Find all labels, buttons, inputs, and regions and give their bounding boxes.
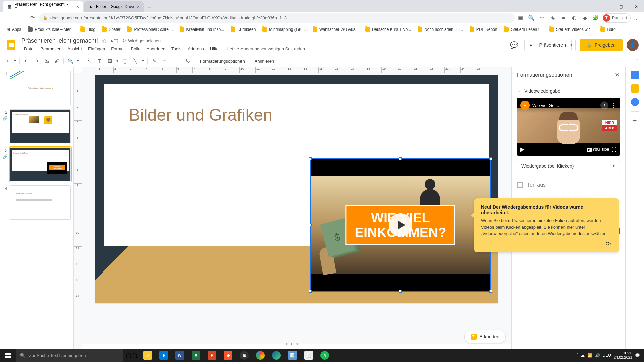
format-options-button[interactable]: Formatierungsoptionen xyxy=(197,59,248,64)
bookmark-item[interactable]: Büro xyxy=(598,26,618,33)
add-addon-button[interactable]: + xyxy=(633,117,637,125)
tasks-icon[interactable] xyxy=(631,98,639,106)
notes-drag-handle[interactable]: • • • xyxy=(286,341,299,347)
redo-button[interactable]: ↷ xyxy=(32,56,41,66)
info-icon[interactable]: i xyxy=(600,101,608,109)
profile-button[interactable]: T Pausiert xyxy=(602,13,631,23)
bookmark-item[interactable]: Kreativität und Insp... xyxy=(177,26,227,33)
profile-avatar[interactable]: 👤 xyxy=(627,39,639,51)
bookmark-item[interactable]: Steuern Lesen !!!! xyxy=(501,26,545,33)
shape-tool[interactable]: ◯ xyxy=(120,56,130,66)
border-dash-button[interactable]: ┈ xyxy=(170,56,179,66)
bookmark-item[interactable]: Steuern Videos wic... xyxy=(547,26,597,33)
select-tool[interactable]: ↖ xyxy=(85,56,94,66)
line-tool[interactable]: ╲ xyxy=(130,56,140,66)
play-icon[interactable]: ▶ xyxy=(520,146,524,153)
youtube-logo[interactable]: YouTube xyxy=(587,147,609,152)
canvas-area[interactable]: Bilder und Grafiken WIE VIELEINKOMMEN? xyxy=(82,73,511,344)
tooltip-ok-button[interactable]: Ok xyxy=(481,241,612,246)
taskbar-app-notepad2[interactable]: 📄 xyxy=(301,349,317,362)
collapse-toolbar-button[interactable]: ˆ xyxy=(632,56,641,66)
slide-thumbnail-2[interactable]: Bilder und Grafiken→ xyxy=(10,109,71,143)
resize-handle[interactable] xyxy=(399,290,402,293)
slide-thumbnail-3[interactable]: Bilder und Grafiken xyxy=(10,147,71,182)
taskbar-app-obs[interactable]: ◉ xyxy=(236,349,252,362)
comment-button[interactable]: 🗨 xyxy=(183,56,193,66)
browser-menu-icon[interactable]: ⋮ xyxy=(632,13,641,23)
menu-slide[interactable]: Folie xyxy=(128,45,143,53)
zoom-dropdown[interactable]: ▼ xyxy=(76,56,80,66)
taskbar-app-powerpoint[interactable]: P xyxy=(204,349,220,362)
menu-help[interactable]: Hilfe xyxy=(207,45,221,53)
taskbar-app-brave[interactable]: ◆ xyxy=(220,349,236,362)
more-icon[interactable]: ⋮ xyxy=(611,102,616,109)
close-icon[interactable]: × xyxy=(137,4,140,9)
taskbar-app-word[interactable]: W xyxy=(172,349,188,362)
taskbar-app-excel[interactable]: X xyxy=(188,349,204,362)
star-icon[interactable]: ☆ xyxy=(537,13,547,23)
bookmark-item[interactable]: Produktsuche – Mer... xyxy=(25,26,76,33)
taskbar-app-edge2[interactable] xyxy=(268,349,284,362)
bookmark-item[interactable]: Kursideen xyxy=(228,26,258,33)
ext-icon-4[interactable]: ◆ xyxy=(580,13,590,23)
cast-icon[interactable]: ▣ xyxy=(516,13,525,23)
section-toggle[interactable]: ⌄ Videowiedergabe xyxy=(517,88,620,94)
bookmark-item[interactable]: Wahlfächer WU Aus... xyxy=(310,26,361,33)
taskbar-app-notepad[interactable]: 📝 xyxy=(284,349,301,362)
menu-format[interactable]: Format xyxy=(108,45,127,53)
ext-icon-1[interactable]: ◈ xyxy=(548,13,557,23)
bookmark-item[interactable]: Noch hochladen Bu... xyxy=(415,26,466,33)
slide-thumbnail-1[interactable]: Präsentieren leicht gemacht! xyxy=(10,71,71,105)
close-window-button[interactable]: ✕ xyxy=(629,1,644,12)
bookmark-item[interactable]: Deutsche Kurs + Vo... xyxy=(363,26,414,33)
slides-logo[interactable] xyxy=(5,39,17,51)
textbox-tool[interactable]: T xyxy=(95,56,104,66)
tray-lang[interactable]: DEU xyxy=(603,353,611,358)
taskbar-app-edge[interactable]: e xyxy=(156,349,172,362)
line-dropdown[interactable]: ▼ xyxy=(141,56,145,66)
last-edit-link[interactable]: Letzte Änderung vor wenigen Sekunden xyxy=(225,45,308,53)
zoom-button[interactable]: 🔍 xyxy=(66,56,75,66)
extensions-icon[interactable]: 🧩 xyxy=(591,13,600,23)
present-button[interactable]: ▸▢ Präsentieren xyxy=(524,39,572,51)
tray-cloud-icon[interactable]: ☁ xyxy=(581,353,585,358)
minimize-button[interactable]: — xyxy=(598,1,613,12)
resize-handle[interactable] xyxy=(309,157,312,160)
bookmark-apps[interactable]: ⊞Apps xyxy=(4,26,24,33)
task-view-button[interactable]: ▢▢ xyxy=(123,349,140,362)
video-object[interactable]: WIE VIELEINKOMMEN? xyxy=(310,158,491,292)
bookmark-item[interactable]: Später xyxy=(99,26,123,33)
zoom-icon[interactable]: 🔍 xyxy=(527,13,536,23)
browser-tab-inactive[interactable]: ▲ Bilder – Google Drive × xyxy=(84,1,144,12)
bookmark-item[interactable]: Blog xyxy=(78,26,98,33)
slide-title[interactable]: Bilder und Grafiken xyxy=(129,105,272,125)
play-icon[interactable] xyxy=(389,213,412,237)
resize-handle[interactable] xyxy=(399,157,402,160)
keep-icon[interactable] xyxy=(631,84,639,93)
star-icon[interactable]: ☆ xyxy=(102,38,107,44)
taskbar-search[interactable]: 🔍 Zur Suche Text hier eingeben xyxy=(16,349,123,362)
menu-addons[interactable]: Add-ons xyxy=(185,45,206,53)
ext-icon-3[interactable]: ◐ xyxy=(570,13,579,23)
video-preview[interactable]: HIER ABO! ● Wie viel Gel... i ⋮ ▶ YouTub… xyxy=(517,98,620,156)
tray-chevron-icon[interactable]: ˆ xyxy=(577,353,578,358)
slide-thumbnail-4[interactable]: Erste Folie – Beispiel xyxy=(10,185,71,220)
ext-icon-2[interactable]: ● xyxy=(559,13,568,23)
move-icon[interactable]: ▸▢ xyxy=(111,38,118,44)
calendar-icon[interactable] xyxy=(631,71,639,79)
image-tool[interactable]: 🖼 xyxy=(105,56,114,66)
bookmark-item[interactable]: Professionell Schrei... xyxy=(124,26,175,33)
back-button[interactable]: ← xyxy=(3,13,13,23)
close-icon[interactable]: ✕ xyxy=(615,71,620,79)
print-button[interactable]: 🖶 xyxy=(42,56,51,66)
undo-button[interactable]: ↶ xyxy=(22,56,31,66)
taskbar-app-chrome[interactable] xyxy=(252,349,268,362)
mute-checkbox[interactable] xyxy=(517,182,523,188)
menu-tools[interactable]: Tools xyxy=(169,45,184,53)
maximize-button[interactable]: ▢ xyxy=(613,1,629,12)
image-dropdown[interactable]: ▼ xyxy=(115,56,120,66)
bookmark-item[interactable]: Mindmapping (Gru... xyxy=(260,26,308,33)
taskbar-clock[interactable]: 10:36 24.02.2021 xyxy=(614,351,632,360)
resize-handle[interactable] xyxy=(309,224,312,226)
notifications-icon[interactable]: 💬 xyxy=(635,353,640,358)
